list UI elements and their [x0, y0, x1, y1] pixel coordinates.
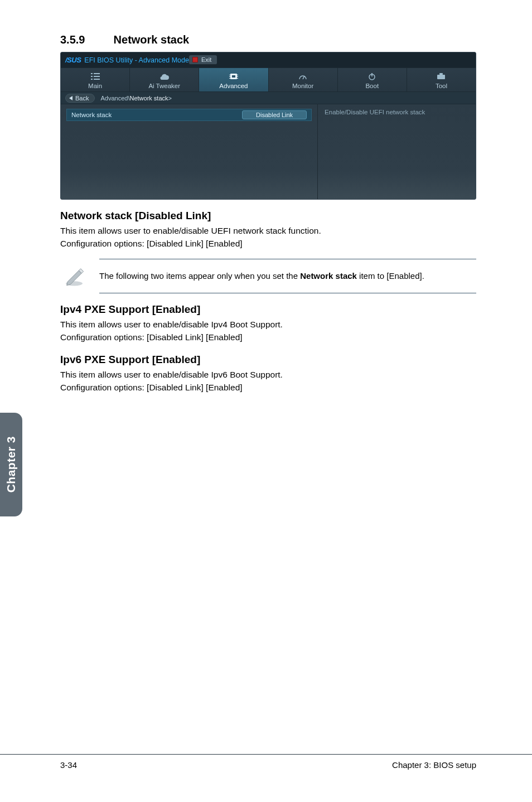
note-block: The following two items appear only when… — [60, 259, 476, 293]
chapter-side-tab: Chapter 3 — [0, 413, 22, 516]
bios-tab-bar: Main Ai Tweaker Advanced Monitor — [61, 68, 476, 92]
svg-rect-12 — [237, 76, 238, 77]
svg-rect-18 — [439, 73, 443, 75]
tab-monitor[interactable]: Monitor — [269, 68, 338, 91]
bios-help-text: Enable/Disable UEFI network stack — [325, 109, 469, 115]
power-icon — [338, 71, 407, 81]
gauge-icon — [269, 71, 337, 81]
subheading-ipv6-pxe: Ipv6 PXE Support [Enabled] — [60, 354, 476, 366]
tab-advanced[interactable]: Advanced — [199, 68, 268, 91]
svg-rect-1 — [94, 73, 100, 74]
breadcrumb-suffix: > — [168, 95, 172, 102]
section-number: 3.5.9 — [60, 33, 110, 46]
svg-rect-0 — [91, 73, 93, 74]
body-text: Configuration options: [Disabled Link] [… — [60, 332, 476, 344]
tab-label: Boot — [338, 83, 407, 89]
section-title: Network stack — [114, 33, 190, 46]
note-text: The following two items appear only when… — [88, 271, 476, 281]
note-prefix: The following two items appear only when… — [99, 271, 300, 281]
exit-label: Exit — [201, 56, 211, 63]
cloud-icon — [130, 71, 199, 81]
tab-label: Ai Tweaker — [130, 83, 199, 89]
exit-icon — [192, 57, 198, 62]
bios-panel: /SUS EFI BIOS Utility - Advanced Mode Ex… — [60, 52, 476, 200]
tab-label: Advanced — [199, 83, 268, 89]
setting-value[interactable]: Disabled Link — [242, 110, 307, 119]
bios-window-title: EFI BIOS Utility - Advanced Mode — [84, 56, 189, 64]
svg-rect-3 — [94, 76, 100, 77]
note-suffix: item to [Enabled]. — [357, 271, 424, 281]
body-text: Configuration options: [Disabled Link] [… — [60, 238, 476, 250]
bios-brand-logo: /SUS — [65, 56, 81, 64]
list-icon — [61, 71, 129, 81]
breadcrumb-current: Network stack — [129, 95, 168, 102]
bios-body: Network stack Disabled Link Enable/Disab… — [61, 104, 476, 199]
svg-rect-5 — [94, 79, 100, 80]
bios-help-pane: Enable/Disable UEFI network stack — [318, 104, 476, 199]
tab-main[interactable]: Main — [61, 68, 130, 91]
pencil-note-icon — [60, 265, 88, 287]
chapter-side-label: Chapter 3 — [4, 436, 18, 492]
bios-titlebar: /SUS EFI BIOS Utility - Advanced Mode Ex… — [61, 52, 476, 68]
tab-boot[interactable]: Boot — [338, 68, 407, 91]
svg-rect-10 — [229, 78, 230, 79]
back-label: Back — [75, 95, 89, 102]
setting-row-network-stack[interactable]: Network stack Disabled Link — [66, 109, 312, 121]
bios-left-pane: Network stack Disabled Link — [61, 104, 318, 199]
svg-rect-17 — [437, 75, 445, 79]
tab-label: Main — [61, 83, 129, 89]
back-button[interactable]: Back — [65, 94, 95, 103]
tab-tool[interactable]: Tool — [407, 68, 476, 91]
page-footer: 3-34 Chapter 3: BIOS setup — [0, 754, 532, 770]
tab-label: Tool — [407, 83, 476, 89]
body-text: This item allows user to enable/disable … — [60, 369, 476, 381]
body-text: Configuration options: [Disabled Link] [… — [60, 382, 476, 394]
body-text: This item allows user to enable/disable … — [60, 225, 476, 237]
svg-rect-13 — [237, 78, 238, 79]
svg-rect-8 — [229, 75, 230, 75]
chapter-title: Chapter 3: BIOS setup — [77, 760, 476, 770]
svg-rect-7 — [232, 75, 235, 78]
note-bold: Network stack — [300, 271, 357, 281]
exit-button[interactable]: Exit — [189, 55, 217, 65]
chip-icon — [199, 71, 268, 81]
toolbox-icon — [407, 71, 476, 81]
svg-rect-9 — [229, 76, 230, 77]
subheading-ipv4-pxe: Ipv4 PXE Support [Enabled] — [60, 303, 476, 316]
svg-rect-11 — [237, 75, 238, 75]
svg-rect-4 — [91, 79, 93, 80]
tab-ai-tweaker[interactable]: Ai Tweaker — [130, 68, 199, 91]
breadcrumb-prefix: Advanced\ — [100, 95, 129, 102]
divider — [99, 293, 476, 293]
subheading-network-stack: Network stack [Disabled Link] — [60, 210, 476, 222]
tab-label: Monitor — [269, 83, 337, 89]
page-number: 3-34 — [60, 760, 77, 770]
svg-rect-2 — [91, 76, 93, 77]
bios-breadcrumb-bar: Back Advanced\ Network stack > — [61, 92, 476, 104]
body-text: This item allows user to enable/disable … — [60, 319, 476, 331]
section-heading: 3.5.9 Network stack — [60, 33, 476, 46]
setting-label: Network stack — [71, 112, 242, 118]
